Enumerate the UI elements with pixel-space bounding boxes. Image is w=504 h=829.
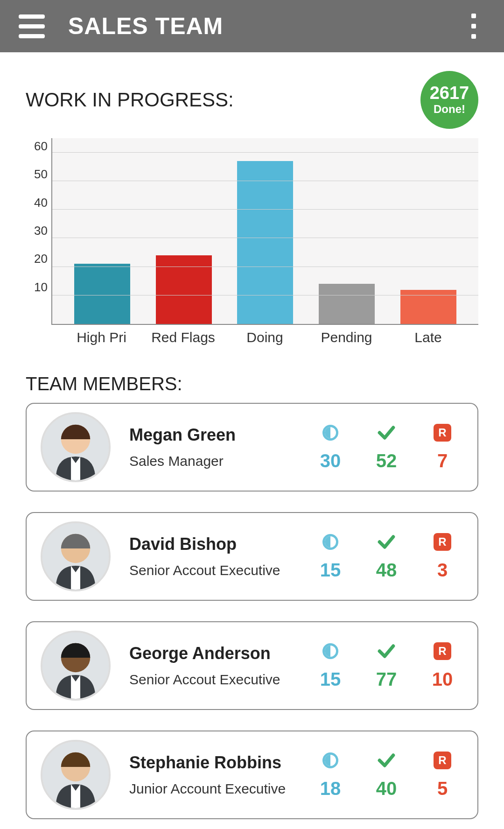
y-tick: 30 <box>26 225 48 237</box>
half-progress-icon <box>322 533 338 551</box>
member-name: Megan Green <box>129 425 314 445</box>
chart-y-axis: 605040302010 <box>26 138 51 325</box>
red-flag-icon: R <box>434 423 451 442</box>
red-flag-icon: R <box>434 533 451 551</box>
half-progress-icon <box>322 423 338 442</box>
stat-half: 18 <box>320 778 341 799</box>
avatar <box>41 412 111 482</box>
stat-red: 10 <box>432 669 453 690</box>
wip-title: WORK IN PROGRESS: <box>26 89 234 111</box>
avatar <box>41 631 111 701</box>
stat-red: 3 <box>437 560 448 581</box>
member-role: Sales Manager <box>129 453 314 469</box>
page-title: SALES TEAM <box>68 13 223 40</box>
stat-half: 15 <box>320 560 341 581</box>
half-progress-icon <box>322 751 338 770</box>
done-badge: 2617 Done! <box>420 71 478 129</box>
chart-bar <box>319 284 375 324</box>
member-role: Senior Accout Executive <box>129 562 314 578</box>
chart-x-labels: High PriRed FlagsDoingPendingLate <box>51 325 478 345</box>
member-card[interactable]: George Anderson Senior Accout Executive … <box>26 621 478 710</box>
stat-done: 77 <box>376 669 397 690</box>
stat-done: 48 <box>376 560 397 581</box>
member-role: Senior Accout Executive <box>129 672 314 688</box>
chart-plot <box>51 138 478 325</box>
y-tick: 50 <box>26 168 48 180</box>
member-role: Junior Account Executive <box>129 781 314 797</box>
stat-red: 5 <box>437 778 448 799</box>
avatar <box>41 521 111 591</box>
x-tick: Doing <box>228 330 302 345</box>
x-tick: Pending <box>309 330 384 345</box>
more-icon[interactable] <box>471 14 476 39</box>
chart-bar <box>237 161 293 324</box>
done-label: Done! <box>434 103 465 116</box>
member-name: George Anderson <box>129 644 314 663</box>
member-name: David Bishop <box>129 534 314 554</box>
check-icon <box>376 751 397 770</box>
red-flag-icon: R <box>434 642 451 660</box>
x-tick: Late <box>391 330 466 345</box>
chart-bar <box>156 255 212 324</box>
check-icon <box>376 423 397 442</box>
stat-half: 15 <box>320 669 341 690</box>
member-card[interactable]: Stephanie Robbins Junior Account Executi… <box>26 731 478 819</box>
half-progress-icon <box>322 642 338 660</box>
member-card[interactable]: David Bishop Senior Accout Executive 15 … <box>26 512 478 601</box>
x-tick: High Pri <box>64 330 139 345</box>
menu-icon[interactable] <box>19 14 45 38</box>
done-count: 2617 <box>430 84 469 102</box>
x-tick: Red Flags <box>146 330 221 345</box>
y-tick: 60 <box>26 140 48 152</box>
wip-chart: 605040302010 High PriRed FlagsDoingPendi… <box>26 138 478 345</box>
stat-done: 52 <box>376 450 397 471</box>
y-tick: 10 <box>26 281 48 293</box>
y-tick: 40 <box>26 197 48 209</box>
red-flag-icon: R <box>434 751 451 770</box>
check-icon <box>376 642 397 660</box>
y-tick: 20 <box>26 253 48 265</box>
chart-bar <box>74 264 130 324</box>
stat-half: 30 <box>320 450 341 471</box>
app-header: SALES TEAM <box>0 0 504 52</box>
member-card[interactable]: Megan Green Sales Manager 30 52 R 7 <box>26 403 478 492</box>
team-section-title: TEAM MEMBERS: <box>26 373 478 394</box>
check-icon <box>376 533 397 551</box>
avatar <box>41 740 111 810</box>
member-name: Stephanie Robbins <box>129 753 314 773</box>
stat-red: 7 <box>437 450 448 471</box>
stat-done: 40 <box>376 778 397 799</box>
